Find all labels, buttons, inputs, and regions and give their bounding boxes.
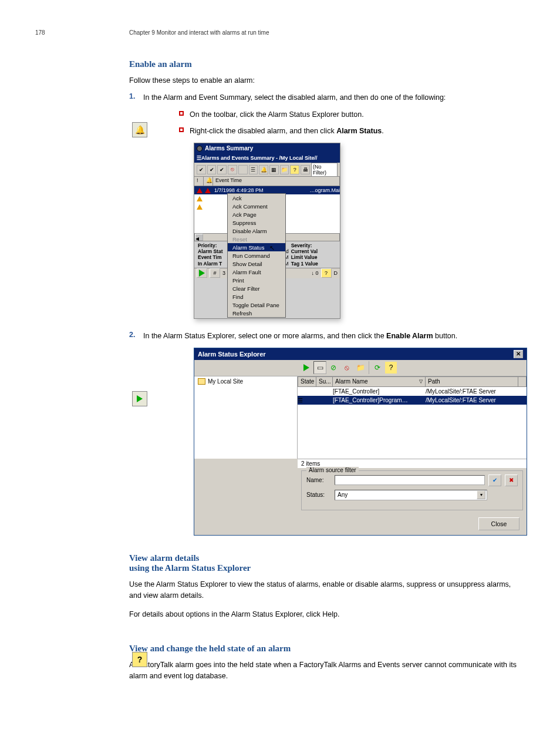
step-2-number: 2. [129,331,143,339]
list-header: State Su... Alarm Name ▽ Path [298,376,527,387]
filter-icon[interactable]: 🔔 [259,165,268,174]
help-icon[interactable]: ? [384,361,397,374]
step-1-text: In the Alarm and Event Summary, select t… [143,92,525,103]
enable-alarm-button[interactable] [300,361,313,374]
ack-icon[interactable]: ✔ [197,165,206,174]
help-small-icon[interactable]: ? [321,268,332,278]
col-alarm-name[interactable]: Alarm Name ▽ [333,376,426,387]
folder-icon [198,378,205,385]
menu-show-detail[interactable]: Show Detail [228,260,285,268]
name-label: Name: [306,477,331,483]
tree-item-root[interactable]: My Local Site [195,378,296,385]
context-menu: Ack Ack Comment Ack Page Suppress Disabl… [227,193,286,318]
para-status-1: Use the Alarm Status Explorer to view th… [129,579,525,601]
menu-clear-filter[interactable]: Clear Filter [228,284,285,292]
filter-legend: Alarm source filter [306,467,359,473]
folder-icon[interactable]: 📁 [280,165,289,174]
alarm-status-explorer-screenshot: Alarm Status Explorer ✕ ▭ ⊘ ⦸ 📁 ⟳ ? My L… [194,348,527,536]
details-icon[interactable]: 📁 [354,361,367,374]
warning-red-icon [197,188,203,193]
bullet-2: Right-click the disabled alarm, and then… [190,126,384,137]
close-icon[interactable]: ✕ [514,350,523,358]
menu-print[interactable]: Print [228,276,285,284]
col-bell-icon[interactable]: 🔔 [204,177,213,186]
suppress-icon[interactable]: ☰ [249,165,258,174]
chapter-heading: Chapter 9 Monitor and interact with alar… [129,29,525,36]
list-row-selected[interactable]: ☰ [FTAE_Controller]Program… /MyLocalSite… [298,396,527,405]
section-status-heading: View alarm details using the Alarm Statu… [129,553,525,573]
explorer-toolbar: ▭ ⊘ ⦸ 📁 ⟳ ? [194,360,527,376]
close-button[interactable]: Close [478,517,519,530]
print-icon[interactable]: 🖶 [301,165,310,174]
grid-icon[interactable]: ▦ [269,165,279,174]
help-icon-inline: ? [132,652,147,667]
name-input[interactable] [335,475,485,485]
count-button[interactable]: # [210,268,220,278]
menu-suppress[interactable]: Suppress [228,218,285,227]
warning-icon [197,204,203,210]
chevron-down-icon[interactable]: ▾ [477,490,485,499]
subwindow-titlebar: ☰ Alarms and Events Summary - /My Local … [194,153,340,163]
count-value: 3 [222,270,225,276]
menu-ack-page[interactable]: Ack Page [228,210,285,218]
toolbar: ✔ ✔ ✔ ⦸ ☰ 🔔 ▦ 📁 ? 🖶 (No Filter) [194,163,340,177]
menu-alarm-status[interactable]: Alarm Status [228,243,285,251]
menu-ack-comment[interactable]: Ack Comment [228,202,285,210]
col-state[interactable]: State [298,376,316,387]
menu-ack[interactable]: Ack [228,194,285,202]
page-number: 178 [35,29,45,36]
grid-header: ! 🔔 Event Time [194,177,340,186]
col-path[interactable]: Path [426,376,518,387]
select-icon[interactable]: ▭ [313,361,326,374]
col-event-time[interactable]: Event Time [213,177,340,186]
menu-find[interactable]: Find [228,292,285,301]
bullet-marker-icon [179,111,184,116]
col-priority-icon[interactable]: ! [194,177,204,186]
status-select[interactable]: Any ▾ [335,490,487,500]
separator-icon [238,165,248,174]
play-icon[interactable] [197,268,207,278]
list-row[interactable]: [FTAE_Controller] /MyLocalSite/:FTAE Ser… [298,387,527,396]
ack-selected-icon[interactable]: ✔ [207,165,217,174]
ack-page-icon[interactable]: ✔ [217,165,227,174]
unsuppress-icon[interactable]: ⊘ [327,361,340,374]
apply-filter-button[interactable]: ✔ [488,475,501,486]
warning-red-icon [205,188,211,193]
para-held: A FactoryTalk alarm goes into the held s… [129,659,525,682]
app-icon [197,146,203,152]
para-status-2: For details about options in the Alarm S… [129,609,525,620]
menu-reset: Reset [228,235,285,243]
warning-icon [197,196,203,201]
explorer-titlebar: Alarm Status Explorer ✕ [194,348,527,360]
clear-filter-button[interactable]: ✖ [505,475,518,486]
step-2-text: In the Alarm Status Explorer, select one… [143,331,525,342]
col-spacer [518,376,527,387]
alarms-summary-screenshot: Alarms Summary ☰ Alarms and Events Summa… [194,143,340,319]
filter-dropdown[interactable]: (No Filter) [311,163,338,177]
help-icon[interactable]: ? [290,165,299,174]
section-enable-heading: Enable an alarm [129,59,525,69]
bullet-1: On the toolbar, click the Alarm Status E… [190,109,364,120]
menu-disable-alarm[interactable]: Disable Alarm [228,227,285,235]
status-label: Status: [306,492,331,498]
filter-group: Alarm source filter Name: ✔ ✖ Status: An… [301,470,523,510]
tree-pane: My Local Site [194,376,298,459]
menu-toggle-detail[interactable]: Toggle Detail Pane [228,301,285,309]
scroll-left-arrow[interactable]: ◂ [195,234,203,241]
menu-refresh[interactable]: Refresh [228,309,285,317]
separator-icon [369,361,369,374]
alarm-status-explorer-icon: 🔔 [132,122,147,137]
disable-icon[interactable]: ⦸ [340,361,353,374]
menu-run-command[interactable]: Run Command [228,251,285,260]
bullet-marker-icon [179,127,184,132]
list-pane: State Su... Alarm Name ▽ Path [FTAE_Cont… [298,376,527,459]
intro-enable: Follow these steps to enable an alarm: [129,75,525,86]
menu-alarm-fault[interactable]: Alarm Fault [228,268,285,276]
refresh-icon[interactable]: ⟳ [371,361,384,374]
col-suppressed[interactable]: Su... [316,376,333,387]
step-1-number: 1. [129,92,143,100]
enable-alarm-icon [132,391,147,406]
section-held-heading: View and change the held state of an ala… [129,644,525,654]
window-titlebar: Alarms Summary [194,143,340,153]
disable-icon[interactable]: ⦸ [228,165,237,174]
